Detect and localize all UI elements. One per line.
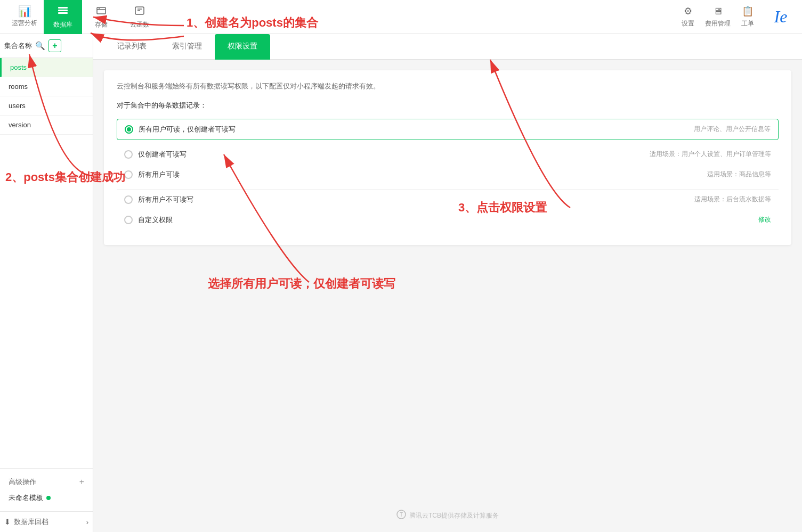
- opt5-hint[interactable]: 修改: [758, 215, 771, 224]
- permission-option-3[interactable]: 所有用户可读 适用场景：商品信息等: [117, 169, 779, 181]
- workorder-nav-item[interactable]: 📋 工单: [741, 5, 754, 28]
- sidebar-item-rooms[interactable]: rooms: [0, 77, 93, 96]
- opt2-label: 仅创建者可读写: [138, 150, 187, 159]
- permission-option-2[interactable]: 仅创建者可读写 适用场景：用户个人设置、用户订单管理等: [117, 149, 779, 160]
- chevron-right-icon: ›: [86, 518, 88, 526]
- billing-label: 费用管理: [705, 19, 731, 28]
- nav-right: ⚙ 设置 🖥 费用管理 📋 工单 Ie: [682, 1, 797, 33]
- opt1-hint: 用户评论、用户公开信息等: [694, 125, 771, 134]
- permission-panel: 云控制台和服务端始终有所有数据读写权限，以下配置仅对小程序端发起的请求有效。 对…: [104, 70, 791, 245]
- permission-option-5[interactable]: 自定义权限 修改: [117, 214, 779, 226]
- radio-opt4[interactable]: [124, 195, 133, 204]
- nav-cloudfunc[interactable]: 云函数: [120, 0, 159, 34]
- sidebar-item-version[interactable]: version: [0, 116, 93, 135]
- opt1-label: 所有用户可读，仅创建者可读写: [139, 125, 236, 134]
- tab-bar: 记录列表 索引管理 权限设置: [93, 34, 802, 60]
- nav-database[interactable]: 数据库: [44, 0, 82, 34]
- settings-label: 设置: [682, 19, 694, 28]
- tencent-logo-icon: T: [396, 510, 406, 521]
- radio-opt5[interactable]: [124, 216, 133, 224]
- opt3-hint: 适用场景：商品信息等: [707, 170, 771, 179]
- sidebar-header: 集合名称 🔍 +: [0, 34, 93, 58]
- tab-records-label: 记录列表: [117, 42, 147, 51]
- svg-point-5: [99, 8, 100, 9]
- analytics-icon: 📊: [18, 6, 31, 17]
- svg-rect-1: [58, 10, 68, 11]
- posts-label: posts: [10, 63, 27, 71]
- svg-text:T: T: [400, 512, 403, 518]
- search-icon[interactable]: 🔍: [35, 41, 45, 51]
- nav-database-label: 数据库: [53, 20, 72, 29]
- radio-opt2[interactable]: [124, 150, 133, 159]
- svg-rect-3: [97, 7, 106, 14]
- sidebar-item-posts[interactable]: posts: [0, 58, 93, 77]
- sidebar: 集合名称 🔍 + posts rooms users version: [0, 34, 93, 532]
- template-item[interactable]: 未命名模板: [4, 490, 88, 506]
- opt4-label: 所有用户不可读写: [138, 195, 193, 204]
- storage-icon: [95, 5, 107, 18]
- content-area: 记录列表 索引管理 权限设置 云控制台和服务端始终有所有数据读写权限，以下配置仅…: [93, 34, 802, 532]
- opt2-hint: 适用场景：用户个人设置、用户订单管理等: [650, 150, 771, 159]
- nav-cloudfunc-label: 云函数: [130, 20, 149, 29]
- sidebar-item-users[interactable]: users: [0, 96, 93, 116]
- billing-nav-item[interactable]: 🖥 费用管理: [705, 6, 731, 28]
- app-logo: Ie: [765, 1, 797, 33]
- permission-option-4[interactable]: 所有用户不可读写 适用场景：后台流水数据等: [117, 194, 779, 206]
- billing-icon: 🖥: [713, 6, 723, 17]
- advanced-ops-add-button[interactable]: +: [79, 477, 84, 487]
- footer-text: 腾讯云TCB提供存储及计算服务: [409, 511, 499, 520]
- tab-permission-label: 权限设置: [228, 42, 257, 51]
- advanced-ops-label: 高级操作: [9, 477, 36, 487]
- cloudfunc-icon: [134, 5, 145, 18]
- permission-option-1[interactable]: 所有用户可读，仅创建者可读写 用户评论、用户公开信息等: [117, 119, 779, 140]
- tab-index[interactable]: 索引管理: [159, 34, 215, 60]
- tab-permission[interactable]: 权限设置: [215, 34, 270, 60]
- radio-opt3[interactable]: [124, 170, 133, 179]
- settings-icon: ⚙: [684, 5, 692, 17]
- sidebar-header-label: 集合名称: [4, 41, 32, 51]
- collection-list: posts rooms users version: [0, 58, 93, 263]
- nav-analytics-label: 运营分析: [12, 19, 37, 28]
- advanced-ops: 高级操作 +: [4, 474, 88, 490]
- settings-nav-item[interactable]: ⚙ 设置: [682, 5, 694, 28]
- template-label: 未命名模板: [9, 493, 43, 503]
- tab-records[interactable]: 记录列表: [104, 34, 159, 60]
- rooms-label: rooms: [9, 83, 28, 91]
- opt3-label: 所有用户可读: [138, 170, 180, 179]
- workorder-label: 工单: [741, 19, 754, 28]
- radio-opt1[interactable]: [125, 125, 133, 134]
- section-label: 对于集合中的每条数据记录：: [117, 101, 779, 110]
- main-layout: 集合名称 🔍 + posts rooms users version: [0, 34, 802, 532]
- svg-rect-2: [58, 12, 68, 14]
- opt4-hint: 适用场景：后台流水数据等: [694, 195, 771, 204]
- db-archive-icon: ⬇: [4, 518, 11, 526]
- db-archive[interactable]: ⬇ 数据库回档 ›: [0, 511, 93, 532]
- workorder-icon: 📋: [742, 5, 754, 17]
- nav-storage-label: 存储: [95, 20, 108, 29]
- top-nav: 📊 运营分析 数据库 存储: [0, 0, 802, 34]
- nav-storage[interactable]: 存储: [82, 0, 120, 34]
- database-icon: [57, 5, 69, 18]
- version-label: version: [9, 121, 31, 129]
- add-collection-button[interactable]: +: [48, 39, 61, 52]
- footer: T 腾讯云TCB提供存储及计算服务: [93, 499, 802, 532]
- opt5-label: 自定义权限: [138, 215, 173, 225]
- tab-index-label: 索引管理: [172, 42, 202, 51]
- db-archive-label: 数据库回档: [14, 517, 48, 527]
- sidebar-footer: 高级操作 + 未命名模板: [0, 468, 93, 511]
- svg-rect-0: [58, 7, 68, 9]
- users-label: users: [9, 102, 26, 110]
- permission-notice: 云控制台和服务端始终有所有数据读写权限，以下配置仅对小程序端发起的请求有效。: [117, 81, 779, 92]
- nav-analytics[interactable]: 📊 运营分析: [5, 0, 44, 34]
- template-status-dot: [46, 496, 51, 500]
